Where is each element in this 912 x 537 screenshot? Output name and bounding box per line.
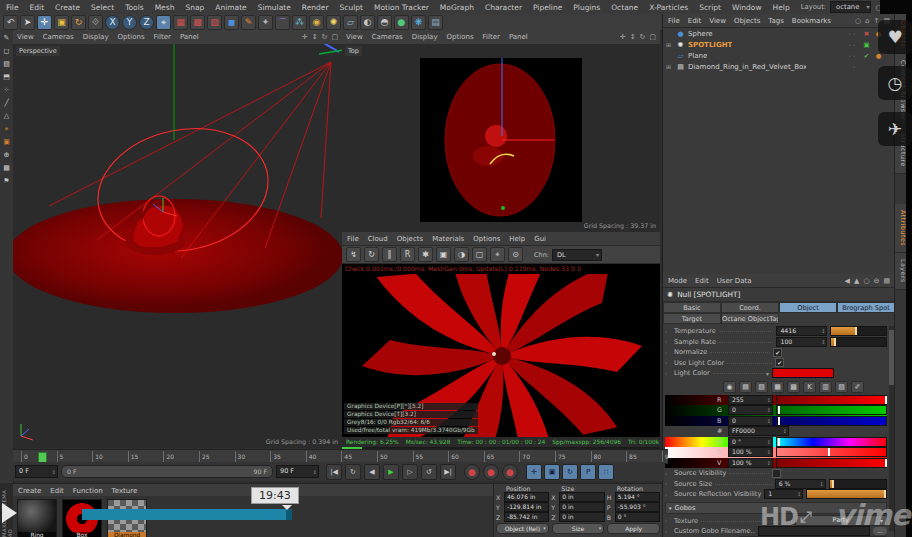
source-size-slider[interactable] xyxy=(829,479,887,489)
octane-menu-item[interactable]: Cloud xyxy=(368,235,388,243)
viewport-menu-item[interactable]: Panel xyxy=(180,33,199,41)
object-manager-menu-item[interactable]: Edit xyxy=(688,17,702,25)
previous-frame-button[interactable]: ◀ xyxy=(364,464,380,480)
lock-icon[interactable]: ⊖ xyxy=(874,277,880,285)
object-manager-menu-item[interactable]: Tags xyxy=(768,17,784,25)
lock-x-axis-icon[interactable]: X xyxy=(105,15,120,30)
enable-snap-icon[interactable]: ⊕ xyxy=(4,151,10,159)
record-rotation-toggle[interactable]: ↻ xyxy=(562,464,578,480)
viewport-menu-item[interactable]: Filter xyxy=(483,33,500,41)
xparticles-icon[interactable]: ❋ xyxy=(411,15,426,30)
play-button[interactable]: ▶ xyxy=(383,464,399,480)
enable-axis-icon[interactable]: ⌖ xyxy=(5,125,9,133)
add-cube-icon[interactable]: ◼ xyxy=(224,15,239,30)
maximize-view-icon[interactable]: ▢ xyxy=(331,33,338,41)
source-reflection-field[interactable]: 1 xyxy=(764,489,803,499)
menu-item[interactable]: Select xyxy=(91,3,114,12)
last-tool-icon[interactable]: ⟐ xyxy=(88,15,103,30)
attribute-tab[interactable]: Octane ObjectTag xyxy=(721,313,779,324)
vimeo-share-button[interactable]: ✈ xyxy=(878,112,912,146)
menu-item[interactable]: Character xyxy=(485,3,522,12)
model-mode-icon[interactable]: ◻ xyxy=(4,47,10,55)
object-tag-icon[interactable]: ✔ xyxy=(862,52,871,60)
make-editable-icon[interactable]: ✎ xyxy=(4,34,10,42)
perspective-viewport[interactable]: ViewCamerasDisplayOptionsFilterPanel ✛↕↻… xyxy=(13,30,343,448)
channel-gradient-slider[interactable] xyxy=(776,395,887,405)
goto-end-button[interactable]: ▶| xyxy=(440,464,456,480)
restart-render-icon[interactable]: ↻ xyxy=(364,247,379,262)
eyedropper-button[interactable]: ✐ xyxy=(851,381,864,393)
size-field[interactable]: 0 in xyxy=(559,502,604,512)
visibility-dots[interactable]: ◦◦ xyxy=(848,52,859,59)
object-row-sphere[interactable]: ● Sphere ◦◦ ✖ ● ▤ xyxy=(663,28,895,39)
object-tag-icon[interactable]: ✖ xyxy=(862,30,871,38)
expand-icon[interactable]: ⊞ xyxy=(666,63,673,70)
attribute-tab[interactable]: Target xyxy=(663,313,721,324)
autokeying-button[interactable]: ● xyxy=(483,464,499,480)
octane-menu-item[interactable]: File xyxy=(347,235,359,243)
edges-mode-icon[interactable]: ╱ xyxy=(4,99,8,107)
polygons-mode-icon[interactable]: △ xyxy=(4,112,9,120)
mograph-cloner-icon[interactable]: ⁂ xyxy=(292,15,307,30)
rotation-field[interactable]: 5.194 ° xyxy=(615,492,660,502)
channel-dropdown[interactable]: DL xyxy=(552,249,602,261)
live-selection-icon[interactable]: ➤ xyxy=(20,15,35,30)
position-field[interactable]: 46.076 in xyxy=(504,492,549,502)
goto-start-button[interactable]: |◀ xyxy=(326,464,342,480)
visibility-dots[interactable]: ◦ xyxy=(852,63,859,70)
channel-gradient-slider[interactable] xyxy=(776,458,887,468)
color-expand-arrow[interactable]: ▾ xyxy=(766,370,769,377)
lock-resolution-icon[interactable]: ▣ xyxy=(436,247,451,262)
menu-item[interactable]: Octane xyxy=(611,3,638,12)
pause-render-icon[interactable]: ‖ xyxy=(382,247,397,262)
object-label[interactable]: Sphere xyxy=(688,30,713,38)
channel-gradient-slider[interactable] xyxy=(776,447,887,457)
viewport-menu-item[interactable]: Panel xyxy=(509,33,528,41)
undo-icon[interactable]: ↶ xyxy=(3,15,18,30)
menu-item[interactable]: Sculpt xyxy=(340,3,363,12)
object-row-spotlight[interactable]: ⊞ ✺ SPOTLIGHT ◦◦ ▣ xyxy=(663,39,895,50)
end-frame-field[interactable]: 90 F xyxy=(276,465,319,478)
floor-icon[interactable]: ▱ xyxy=(343,15,358,30)
menu-item[interactable]: Mesh xyxy=(155,3,175,12)
object-label[interactable]: SPOTLIGHT xyxy=(688,41,732,49)
render-view-icon[interactable]: ▦ xyxy=(173,15,188,30)
color-mixer-button[interactable]: ▥ xyxy=(819,381,832,393)
channel-gradient-slider[interactable] xyxy=(776,405,887,415)
workplane-mode-icon[interactable]: ⬒ xyxy=(3,73,10,81)
octane-menu-item[interactable]: Options xyxy=(473,235,500,243)
team-render-icon[interactable]: ▤ xyxy=(428,15,443,30)
fullscreen-icon[interactable]: ⤢ xyxy=(800,508,812,526)
points-mode-icon[interactable]: ⁘ xyxy=(4,86,10,94)
channel-gradient-slider[interactable] xyxy=(776,416,887,426)
search-icon[interactable]: ○ xyxy=(855,17,861,25)
focus-picker-icon[interactable]: ⌖ xyxy=(490,247,505,262)
light-icon[interactable]: ✺ xyxy=(326,15,341,30)
temperature-slider[interactable] xyxy=(830,326,887,336)
channel-value-field[interactable]: 0 ° xyxy=(728,437,773,447)
maximize-view-icon[interactable]: ▢ xyxy=(649,33,656,41)
channel-value-field[interactable]: 100 % xyxy=(728,458,773,468)
menu-item[interactable]: Tools xyxy=(125,3,143,12)
viewport-menu-item[interactable]: View xyxy=(17,33,34,41)
menu-item[interactable]: Window xyxy=(732,3,762,12)
kelvin-mode-button[interactable]: K xyxy=(803,381,816,393)
source-visibility-checkbox[interactable] xyxy=(772,469,781,478)
color-swatches-button[interactable]: ▧ xyxy=(835,381,848,393)
rotate-icon[interactable]: ↻ xyxy=(71,15,86,30)
rotation-field[interactable]: -55.903 ° xyxy=(615,502,660,512)
vimeo-like-button[interactable]: ♥ xyxy=(878,20,912,54)
channel-value-field[interactable]: 0 xyxy=(728,416,773,426)
size-field[interactable]: 0 in xyxy=(559,512,604,522)
next-frame-button[interactable]: ▷ xyxy=(402,464,418,480)
render-settings-icon[interactable]: ✱ xyxy=(418,247,433,262)
material-picker-icon[interactable]: ⊙ xyxy=(508,247,523,262)
home-icon[interactable]: ⌂ xyxy=(865,17,869,25)
tweak-mode-icon[interactable]: ⚑ xyxy=(3,177,9,185)
sample-rate-field[interactable]: 100 xyxy=(776,337,827,347)
texture-mode-icon[interactable]: ▨ xyxy=(3,60,10,68)
object-manager-menu-item[interactable]: Objects xyxy=(734,17,760,25)
channel-gradient-slider[interactable] xyxy=(776,437,887,447)
menu-item[interactable]: Help xyxy=(773,3,790,12)
viewport-menu-item[interactable]: View xyxy=(346,33,363,41)
